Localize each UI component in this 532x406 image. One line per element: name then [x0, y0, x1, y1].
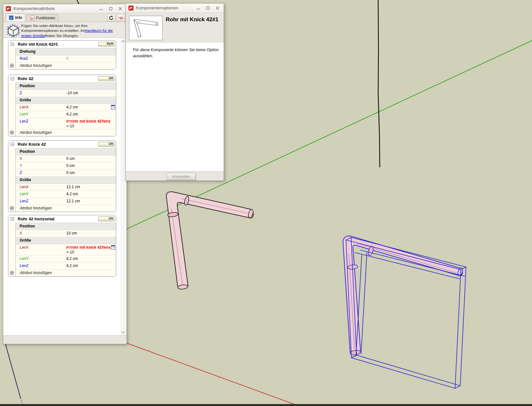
attribute-label: LenZ [16, 198, 64, 205]
section-header: Position [16, 148, 116, 155]
attribute-value[interactable]: 0 cm [64, 170, 116, 176]
component-name-heading: Rohr mit Knick 42#1 [166, 16, 220, 23]
attribute-value[interactable]: 4.2 cm [64, 111, 116, 118]
attributes-banner: Fügen Sie unten Attribute hinzu, um Ihre… [3, 22, 126, 38]
add-attribute-row[interactable]: Attribut hinzufügen [16, 205, 116, 212]
attribute-value[interactable]: 12.1 cm [64, 184, 116, 190]
formula-suffix: +-10 [66, 250, 116, 254]
unit-badge[interactable]: cm [98, 217, 115, 221]
section-header: Größe [16, 97, 116, 104]
attribute-label: LenZ [16, 118, 64, 129]
no-options-message: Für diese Komponente können Sie keine Op… [133, 47, 222, 60]
attribute-label: LenY [16, 191, 64, 198]
add-attribute-label[interactable]: Attribut hinzufügen [16, 62, 64, 69]
collapse-icon[interactable] [11, 217, 14, 221]
unit-badge[interactable]: inch [98, 42, 115, 47]
add-attribute-row[interactable]: Attribut hinzufügen [16, 270, 116, 276]
attribute-label: RotZ [16, 55, 64, 62]
fx-icon: fx [30, 16, 34, 20]
attribute-value[interactable]: 4.2 cm [64, 263, 116, 269]
attribute-panel-rohr-knick-42: Rohr Knick 42 cm Position X 0 cm Y 0 cm … [8, 140, 116, 212]
unit-badge[interactable]: cm [98, 142, 115, 147]
tab-funktionen[interactable]: fx Funktionen [27, 14, 58, 22]
add-attribute-icon[interactable] [10, 271, 14, 275]
table-row: LenZ 4.2 cm [16, 263, 116, 270]
formula-text: #=rohr mit knick 42!lenz [66, 118, 116, 124]
attribute-value[interactable]: 12.1 cm [64, 198, 116, 205]
maximize-button[interactable] [203, 5, 213, 12]
scroll-down-button[interactable] [120, 329, 126, 335]
add-attribute-row[interactable]: Attribut hinzufügen [16, 129, 116, 136]
options-titlebar[interactable]: Komponentenoptionen [126, 4, 224, 13]
minimize-button[interactable] [193, 5, 203, 12]
attributes-content: Rohr mit Knick 42#1 inch Drehung RotZ 0 … [3, 38, 126, 336]
table-row: Z -10 cm [16, 90, 116, 97]
section-header: Drehung [16, 48, 116, 55]
detail-list-icon[interactable] [111, 245, 115, 250]
maximize-button[interactable] [106, 5, 116, 12]
panel-title-row: Rohr 42 cm [8, 75, 116, 82]
table-row: LenY 4.2 cm [16, 255, 116, 263]
collapse-icon[interactable] [11, 143, 14, 146]
unit-badge[interactable]: cm [98, 76, 115, 81]
window-title: Komponentenoptionen [136, 5, 193, 10]
attribute-label: LenZ [16, 263, 64, 269]
attribute-value[interactable]: 4.2 cm [64, 104, 116, 111]
add-attribute-icon[interactable] [10, 63, 14, 68]
attribute-value[interactable]: 0 [64, 55, 116, 62]
attribute-value[interactable]: -10 cm [64, 90, 116, 97]
add-attribute-icon[interactable] [10, 130, 14, 135]
refresh-button[interactable] [107, 14, 116, 22]
attribute-value[interactable]: 0 cm [64, 155, 116, 162]
close-button[interactable] [213, 5, 222, 12]
table-row: LenY 4.2 cm [16, 191, 116, 198]
options-footer: Anwenden [126, 171, 224, 180]
panel-title-row: Rohr Knick 42 cm [8, 141, 116, 148]
section-header: Position [16, 83, 116, 90]
add-attribute-row[interactable]: Attribut hinzufügen [16, 62, 116, 69]
add-attribute-icon[interactable] [10, 206, 14, 210]
viewport-bottom-edge [0, 404, 532, 406]
banner-text-end: finden Sie Übungen. [45, 34, 79, 38]
collapse-icon[interactable] [11, 42, 14, 46]
tab-info[interactable]: i Info [6, 14, 25, 22]
minimize-button[interactable] [96, 5, 106, 12]
attributes-titlebar[interactable]: Komponentenattribute [3, 4, 126, 13]
sketchup-logo-icon [6, 6, 11, 11]
attribute-value[interactable]: 4.2 cm [64, 255, 116, 262]
close-button[interactable] [116, 5, 125, 12]
table-row: LenX 12.1 cm [16, 184, 116, 191]
refresh-icon [109, 15, 114, 20]
apply-button[interactable]: Anwenden [166, 173, 196, 180]
table-row: Y 0 cm [16, 162, 116, 170]
add-attribute-label[interactable]: Attribut hinzufügen [16, 270, 64, 276]
chevron-down-icon [121, 331, 125, 334]
attribute-value[interactable]: 10 cm [64, 230, 116, 237]
panel-title: Rohr 42 horizontal [18, 217, 54, 221]
panel-title-row: Rohr mit Knick 42#1 inch [8, 41, 116, 48]
collapse-icon[interactable] [11, 77, 14, 80]
attribute-value-formula[interactable]: #=rohr mit knick 42!lenz +-10 [64, 118, 116, 129]
attribute-value-formula[interactable]: #=rohr mit knick 42!lenx +-10 [64, 244, 116, 255]
attribute-label: Y [16, 162, 64, 169]
attribute-value[interactable]: 4.2 cm [64, 191, 116, 198]
info-icon: i [9, 15, 14, 20]
attributes-tabbar: i Info fx Funktionen =fx [3, 13, 126, 22]
equals-fx-icon: =fx [118, 16, 123, 20]
attribute-label: X [16, 230, 64, 237]
attribute-panel-rohr-42: Rohr 42 cm Position Z -10 cm Größe LenX … [8, 75, 116, 136]
attribute-label: LenY [16, 111, 64, 118]
component-options-window: Komponentenoptionen Rohr mit Knick 42#1 … [126, 3, 224, 181]
detail-list-icon[interactable] [111, 105, 115, 109]
table-row: LenX #=rohr mit knick 42!lenx +-10 [16, 244, 116, 255]
attribute-label: LenX [16, 104, 64, 111]
add-attribute-label[interactable]: Attribut hinzufügen [16, 205, 64, 212]
table-row: LenY 4.2 cm [16, 111, 116, 118]
window-title: Komponentenattribute [14, 6, 96, 11]
attribute-value[interactable]: 0 cm [64, 162, 116, 169]
equals-fx-button[interactable]: =fx [117, 14, 125, 22]
panel-title: Rohr 42 [18, 76, 33, 81]
panel-title-row: Rohr 42 horizontal cm [8, 215, 116, 223]
add-attribute-label[interactable]: Attribut hinzufügen [16, 129, 64, 136]
chevron-up-icon [121, 40, 125, 42]
